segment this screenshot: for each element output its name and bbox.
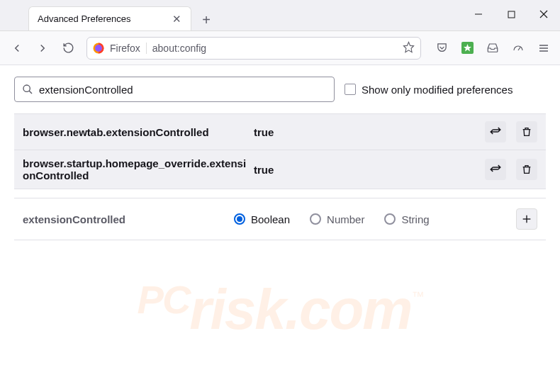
search-value: extensionControlled bbox=[39, 84, 133, 96]
preference-value: true bbox=[254, 126, 475, 138]
maximize-button[interactable] bbox=[495, 3, 527, 26]
watermark-tm: ™ bbox=[411, 289, 422, 303]
type-string-radio[interactable]: String bbox=[384, 213, 429, 225]
toggle-button[interactable] bbox=[485, 121, 506, 142]
new-tab-button[interactable]: + bbox=[196, 9, 217, 30]
svg-rect-1 bbox=[508, 11, 515, 18]
watermark-risk: risk bbox=[189, 278, 284, 341]
add-button[interactable] bbox=[516, 208, 537, 230]
preference-value: true bbox=[254, 164, 475, 176]
extension-icon[interactable] bbox=[457, 38, 478, 59]
window-controls bbox=[462, 0, 560, 28]
radio-label: Number bbox=[327, 213, 364, 225]
url-text: about:config bbox=[152, 43, 397, 54]
config-content: extensionControlled Show only modified p… bbox=[0, 65, 560, 252]
close-window-button[interactable] bbox=[527, 3, 560, 26]
type-number-radio[interactable]: Number bbox=[310, 213, 364, 225]
inbox-icon[interactable] bbox=[482, 38, 503, 59]
svg-point-5 bbox=[95, 45, 102, 52]
radio-label: Boolean bbox=[251, 213, 290, 225]
radio-label: String bbox=[401, 213, 429, 225]
radio-icon bbox=[384, 213, 396, 225]
new-preference-name: extensionControlled bbox=[23, 213, 228, 225]
delete-button[interactable] bbox=[516, 121, 537, 142]
svg-marker-6 bbox=[403, 42, 413, 52]
checkbox-label: Show only modified preferences bbox=[362, 84, 513, 96]
svg-point-13 bbox=[23, 85, 30, 91]
bookmark-star-icon[interactable] bbox=[403, 41, 415, 55]
preference-name: browser.newtab.extensionControlled bbox=[23, 126, 248, 138]
url-identity: Firefox bbox=[110, 43, 147, 54]
search-icon bbox=[22, 84, 33, 95]
window-titlebar: Advanced Preferences ✕ + bbox=[0, 0, 560, 31]
browser-toolbar: Firefox about:config bbox=[0, 31, 560, 65]
minimize-button[interactable] bbox=[462, 3, 495, 26]
preference-name: browser.startup.homepage_override.extens… bbox=[23, 157, 248, 181]
search-row: extensionControlled Show only modified p… bbox=[14, 77, 546, 102]
watermark-pc: PC bbox=[138, 277, 190, 322]
url-bar[interactable]: Firefox about:config bbox=[86, 37, 421, 60]
toolbar-right-icons bbox=[431, 38, 554, 59]
watermark: PCrisk.com™ bbox=[138, 276, 423, 342]
type-boolean-radio[interactable]: Boolean bbox=[234, 213, 290, 225]
tab-title: Advanced Preferences bbox=[38, 13, 164, 24]
type-selector: Boolean Number String bbox=[234, 213, 510, 225]
menu-button[interactable] bbox=[533, 38, 554, 59]
preference-row[interactable]: browser.newtab.extensionControlled true bbox=[14, 114, 546, 150]
svg-line-9 bbox=[518, 47, 520, 50]
radio-icon bbox=[310, 213, 321, 225]
forward-button[interactable] bbox=[31, 37, 54, 60]
watermark-com: .com bbox=[285, 278, 412, 341]
checkbox-box bbox=[345, 84, 356, 95]
radio-icon bbox=[234, 213, 245, 225]
speedometer-icon[interactable] bbox=[508, 38, 529, 59]
search-input[interactable]: extensionControlled bbox=[14, 77, 335, 102]
close-tab-icon[interactable]: ✕ bbox=[171, 13, 182, 25]
reload-button[interactable] bbox=[57, 37, 79, 60]
preference-list: browser.newtab.extensionControlled true … bbox=[14, 113, 546, 189]
modified-only-checkbox[interactable]: Show only modified preferences bbox=[345, 84, 513, 96]
toggle-button[interactable] bbox=[485, 159, 506, 180]
delete-button[interactable] bbox=[516, 159, 537, 180]
browser-tab[interactable]: Advanced Preferences ✕ bbox=[28, 6, 191, 30]
preference-row[interactable]: browser.startup.homepage_override.extens… bbox=[14, 150, 546, 189]
firefox-icon bbox=[93, 43, 104, 54]
pocket-icon[interactable] bbox=[431, 38, 452, 59]
svg-line-14 bbox=[29, 91, 32, 94]
back-button[interactable] bbox=[6, 37, 28, 60]
new-preference-row: extensionControlled Boolean Number Strin… bbox=[14, 198, 546, 240]
